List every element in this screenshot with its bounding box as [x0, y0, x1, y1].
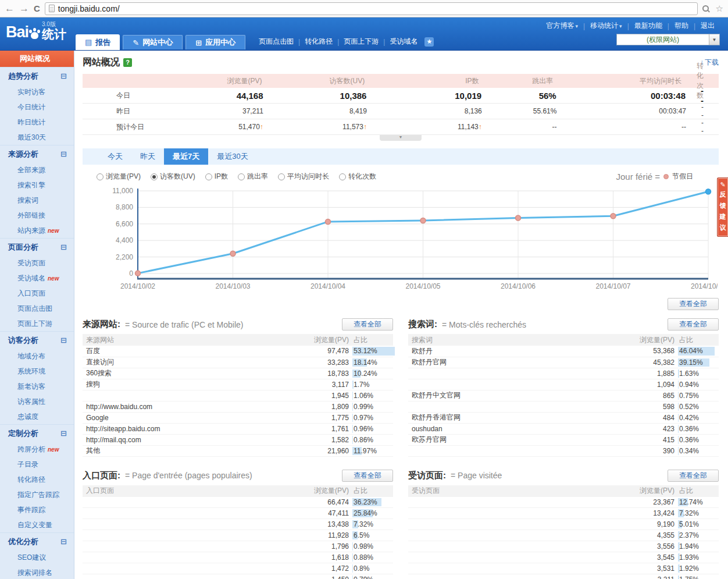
sidebar-item[interactable]: 站内来源new	[0, 223, 74, 238]
view-all-button[interactable]: 查看全部	[668, 318, 719, 331]
metric-radio[interactable]: 访客数(UV)	[151, 172, 195, 182]
sidebar-item[interactable]: 受访页面	[0, 255, 74, 271]
back-icon[interactable]: ←	[5, 3, 15, 13]
site-select-arrow-icon[interactable]: ▼	[709, 34, 719, 45]
sidebar-item[interactable]: 页面上下游	[0, 316, 74, 331]
sidebar-item[interactable]: 实时访客	[0, 84, 74, 100]
bookmark-star-icon[interactable]: ☆	[716, 3, 723, 14]
holiday-data-point[interactable]	[420, 218, 426, 223]
metric-radio[interactable]: 跳出率	[238, 172, 268, 182]
sidebar-item[interactable]: 页面点击图	[0, 301, 74, 316]
radio-icon[interactable]	[97, 173, 104, 180]
range-tab-2[interactable]: 昨天	[131, 148, 164, 165]
sidebar-item[interactable]: 受访域名new	[0, 271, 74, 286]
metric-radio[interactable]: IP数	[205, 172, 228, 182]
sidebar-item[interactable]: 最近30天	[0, 130, 74, 145]
favorite-star-icon[interactable]: ★	[424, 37, 434, 47]
sidebar-section-header[interactable]: 趋势分析⊟	[0, 67, 74, 84]
table-row: http://www.baidu.com1,8090.99%	[83, 401, 393, 412]
search-icon[interactable]	[702, 5, 709, 12]
nav-link[interactable]: 页面上下游	[339, 37, 383, 47]
nav-link[interactable]: 受访域名	[385, 37, 422, 47]
radio-icon[interactable]	[238, 173, 245, 180]
refresh-icon[interactable]: C	[34, 3, 40, 13]
sidebar-item[interactable]: 访客属性	[0, 394, 74, 409]
sidebar-section-header[interactable]: 优化分析⊟	[0, 532, 74, 550]
sidebar-item-site-overview[interactable]: 网站概况	[0, 51, 74, 67]
chart-view-all-button[interactable]: 查看全部	[668, 298, 719, 310]
collapse-icon[interactable]: ⊟	[60, 150, 67, 158]
radio-icon[interactable]	[205, 173, 212, 180]
sidebar-item[interactable]: 事件跟踪	[0, 502, 74, 517]
sidebar-item[interactable]: SEO建议	[0, 550, 74, 565]
nav-tab-1[interactable]: ▤报告	[76, 34, 120, 50]
row-name	[408, 519, 623, 530]
baidu-tongji-logo: Bai 3.0版 统计	[6, 22, 66, 41]
address-bar[interactable]: tongji.baidu.com/	[45, 2, 698, 15]
user-link[interactable]: 官方博客▾	[541, 21, 583, 31]
holiday-data-point[interactable]	[611, 214, 616, 219]
sidebar-section-header[interactable]: 来源分析⊟	[0, 145, 74, 162]
collapse-icon[interactable]: ⊟	[60, 538, 67, 545]
user-link[interactable]: 退出	[695, 21, 720, 31]
nav-link[interactable]: 转化路径	[300, 37, 337, 47]
metric-radio[interactable]: 平均访问时长	[278, 172, 329, 182]
sidebar-item[interactable]: 入口页面	[0, 286, 74, 301]
range-tab-1[interactable]: 今天	[99, 148, 131, 165]
sidebar-item[interactable]: 搜索引擎	[0, 177, 74, 193]
radio-icon[interactable]	[339, 173, 346, 180]
sidebar-item[interactable]: 地域分布	[0, 349, 74, 364]
view-all-button[interactable]: 查看全部	[342, 470, 393, 482]
radio-icon[interactable]	[151, 173, 158, 180]
collapse-icon[interactable]: ⊟	[60, 429, 67, 437]
table-row: 1,7960.98%	[83, 541, 393, 552]
collapse-icon[interactable]: ⊟	[60, 72, 67, 80]
help-icon[interactable]: ?	[123, 58, 132, 67]
sidebar-section-header[interactable]: 定制分析⊟	[0, 424, 74, 442]
sidebar-item[interactable]: 搜索词排名	[0, 565, 74, 579]
nav-tab-3[interactable]: ⊞应用中心	[185, 35, 245, 49]
metric-radio[interactable]: 浏览量(PV)	[97, 172, 141, 182]
date-range-tabs: 今天昨天最近7天最近30天	[83, 148, 719, 165]
user-link[interactable]: 最新功能	[629, 21, 668, 31]
data-point[interactable]	[706, 189, 711, 194]
metric-radio[interactable]: 转化次数	[339, 172, 376, 182]
range-tab-4[interactable]: 最近30天	[208, 148, 256, 165]
sidebar-section-header[interactable]: 访客分析⊟	[0, 331, 74, 349]
feedback-tab[interactable]: ✎ 反馈建议	[717, 177, 728, 237]
row-percent: 0.36%	[675, 434, 719, 445]
view-all-button[interactable]: 查看全部	[342, 318, 393, 331]
user-link[interactable]: 移动统计▾	[585, 21, 627, 31]
url-text[interactable]: tongji.baidu.com/	[58, 4, 120, 13]
sidebar-item[interactable]: 系统环境	[0, 364, 74, 379]
sidebar-item[interactable]: 指定广告跟踪	[0, 487, 74, 502]
sidebar-item[interactable]: 全部来源	[0, 162, 74, 177]
site-select[interactable]: (权限网站) ▼	[616, 34, 720, 45]
sidebar-item[interactable]: 今日统计	[0, 100, 74, 115]
sidebar-item[interactable]: 外部链接	[0, 208, 74, 223]
holiday-data-point[interactable]	[135, 271, 141, 276]
summary-value-text: 56%	[539, 91, 556, 101]
sidebar-item[interactable]: 搜索词	[0, 193, 74, 208]
holiday-data-point[interactable]	[326, 219, 331, 224]
nav-tab-2[interactable]: ✎网站中心	[123, 35, 183, 49]
sidebar-section-header[interactable]: 页面分析⊟	[0, 238, 74, 255]
sidebar-item[interactable]: 新老访客	[0, 379, 74, 394]
collapse-summary-button[interactable]: ▼	[380, 135, 422, 141]
nav-link[interactable]: 页面点击图	[254, 37, 298, 47]
sidebar-item[interactable]: 子目录	[0, 457, 74, 472]
sidebar-item[interactable]: 忠诚度	[0, 409, 74, 424]
holiday-data-point[interactable]	[230, 251, 235, 256]
collapse-icon[interactable]: ⊟	[60, 336, 67, 344]
collapse-icon[interactable]: ⊟	[60, 243, 67, 251]
forward-icon[interactable]: →	[19, 3, 29, 13]
sidebar-item[interactable]: 昨日统计	[0, 115, 74, 130]
range-tab-3[interactable]: 最近7天	[164, 148, 208, 165]
sidebar-item[interactable]: 自定义变量	[0, 517, 74, 532]
sidebar-item[interactable]: 转化路径	[0, 472, 74, 487]
user-link[interactable]: 帮助	[669, 21, 694, 31]
sidebar-item[interactable]: 跨屏分析new	[0, 442, 74, 457]
radio-icon[interactable]	[278, 173, 285, 180]
holiday-data-point[interactable]	[516, 215, 521, 221]
view-all-button[interactable]: 查看全部	[668, 470, 719, 482]
